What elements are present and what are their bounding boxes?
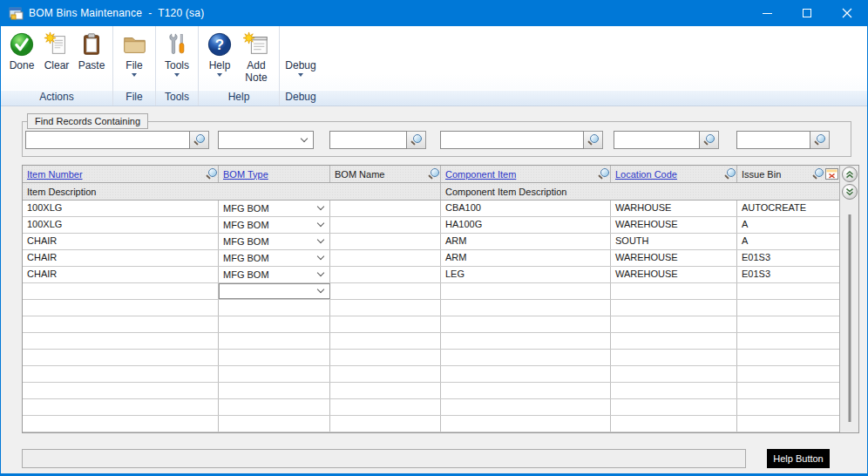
empty-row[interactable] bbox=[23, 383, 839, 399]
cell-component-item[interactable] bbox=[441, 399, 611, 415]
cell-item-number[interactable] bbox=[23, 399, 219, 415]
close-button[interactable] bbox=[827, 0, 867, 26]
cell-bom-name[interactable] bbox=[330, 366, 441, 382]
table-row[interactable]: 100XLGMFG BOMCBA100WARHOUSEAUTOCREATE bbox=[23, 201, 839, 217]
empty-row[interactable] bbox=[23, 300, 839, 316]
cell-issue-bin[interactable]: E01S3 bbox=[737, 250, 839, 266]
cell-component-item[interactable] bbox=[441, 300, 611, 316]
sort-link-location-code[interactable]: Location Code bbox=[615, 169, 677, 180]
bom-type-select[interactable] bbox=[219, 316, 330, 332]
empty-row[interactable] bbox=[23, 316, 839, 333]
cell-bom-name[interactable] bbox=[330, 267, 441, 282]
done-button[interactable]: Done bbox=[5, 30, 38, 71]
cell-location-code[interactable]: SOUTH bbox=[611, 234, 737, 249]
maximize-button[interactable] bbox=[787, 0, 827, 26]
cell-issue-bin[interactable] bbox=[737, 366, 839, 382]
minimize-button[interactable] bbox=[747, 0, 787, 26]
table-row[interactable]: 100XLGMFG BOMHA100GWAREHOUSEA bbox=[23, 217, 839, 234]
cell-location-code[interactable]: WAREHOUSE bbox=[611, 217, 737, 233]
find-location-code-input[interactable] bbox=[614, 131, 700, 149]
cell-location-code[interactable] bbox=[611, 350, 737, 365]
paste-button[interactable]: Paste bbox=[75, 30, 108, 71]
empty-row[interactable] bbox=[23, 399, 839, 416]
cell-bom-name[interactable] bbox=[330, 399, 441, 415]
debug-button[interactable]: Debug bbox=[284, 30, 317, 77]
bom-type-select[interactable]: MFG BOM bbox=[219, 267, 330, 282]
cell-location-code[interactable] bbox=[611, 366, 737, 382]
cell-component-item[interactable]: CBA100 bbox=[441, 201, 611, 216]
cell-bom-name[interactable] bbox=[330, 300, 441, 316]
bom-type-select[interactable] bbox=[219, 366, 330, 382]
add-note-button[interactable]: Add Note bbox=[238, 30, 275, 84]
cell-issue-bin[interactable] bbox=[737, 416, 839, 432]
find-issue-bin-lookup-button[interactable] bbox=[810, 131, 830, 149]
column-header-item-number[interactable]: Item Number bbox=[23, 166, 219, 182]
cell-component-item[interactable] bbox=[441, 333, 611, 349]
scrollbar-thumb[interactable] bbox=[848, 214, 851, 422]
cell-component-item[interactable]: HA100G bbox=[441, 217, 611, 233]
cell-component-item[interactable] bbox=[441, 416, 611, 432]
cell-component-item[interactable] bbox=[441, 366, 611, 382]
cell-item-number[interactable] bbox=[23, 283, 219, 299]
cell-bom-name[interactable] bbox=[330, 201, 441, 216]
cell-item-number[interactable] bbox=[23, 383, 219, 398]
cell-item-number[interactable] bbox=[23, 316, 219, 332]
cell-issue-bin[interactable] bbox=[737, 399, 839, 415]
cell-item-number[interactable]: CHAIR bbox=[23, 250, 219, 266]
cell-issue-bin[interactable] bbox=[737, 316, 839, 332]
bom-type-select[interactable]: MFG BOM bbox=[219, 250, 330, 266]
cell-issue-bin[interactable]: AUTOCREATE bbox=[737, 201, 839, 216]
clear-button[interactable]: Clear bbox=[40, 30, 73, 71]
cell-location-code[interactable] bbox=[611, 283, 737, 299]
cell-issue-bin[interactable] bbox=[737, 333, 839, 349]
find-bom-name-lookup-button[interactable] bbox=[407, 131, 426, 149]
cell-component-item[interactable] bbox=[441, 350, 611, 365]
cell-location-code[interactable] bbox=[611, 399, 737, 415]
cell-bom-name[interactable] bbox=[330, 250, 441, 266]
find-item-number-input[interactable] bbox=[25, 131, 190, 149]
cell-issue-bin[interactable] bbox=[737, 350, 839, 365]
empty-row[interactable] bbox=[23, 416, 839, 432]
find-bom-name-input[interactable] bbox=[329, 131, 407, 149]
file-button[interactable]: File bbox=[118, 30, 151, 77]
cell-location-code[interactable] bbox=[611, 416, 737, 432]
expansion-window-icon[interactable] bbox=[825, 168, 838, 180]
sort-link-component-item[interactable]: Component Item bbox=[445, 169, 516, 180]
help-menu-button[interactable]: ? Help bbox=[203, 30, 236, 77]
cell-bom-name[interactable] bbox=[330, 416, 441, 432]
cell-location-code[interactable]: WAREHOUSE bbox=[611, 250, 737, 266]
sort-link-bom-type[interactable]: BOM Type bbox=[223, 169, 268, 180]
bom-type-select[interactable] bbox=[219, 350, 330, 365]
cell-bom-name[interactable] bbox=[330, 316, 441, 332]
cell-item-number[interactable] bbox=[23, 300, 219, 316]
cell-location-code[interactable] bbox=[611, 300, 737, 316]
cell-bom-name[interactable] bbox=[330, 234, 441, 249]
empty-row[interactable] bbox=[23, 350, 839, 366]
tools-button[interactable]: Tools bbox=[160, 30, 193, 77]
expand-detail-button[interactable] bbox=[842, 184, 858, 200]
bom-type-select[interactable] bbox=[219, 383, 330, 398]
cell-item-number[interactable] bbox=[23, 350, 219, 365]
collapse-detail-button[interactable] bbox=[842, 167, 858, 182]
cell-bom-name[interactable] bbox=[330, 350, 441, 365]
bom-type-select[interactable]: MFG BOM bbox=[219, 201, 330, 216]
cell-item-number[interactable]: CHAIR bbox=[23, 234, 219, 249]
vertical-scrollbar[interactable] bbox=[840, 202, 858, 432]
find-component-item-lookup-button[interactable] bbox=[584, 131, 603, 149]
find-issue-bin-input[interactable] bbox=[736, 131, 810, 149]
cell-component-item[interactable] bbox=[441, 283, 611, 299]
cell-item-number[interactable]: 100XLG bbox=[23, 217, 219, 233]
cell-item-number[interactable]: CHAIR bbox=[23, 267, 219, 282]
table-row[interactable]: CHAIRMFG BOMARMSOUTHA bbox=[23, 234, 839, 250]
titlebar[interactable]: BOM Bins Maintenance - T120 (sa) bbox=[1, 0, 867, 26]
cell-item-number[interactable]: 100XLG bbox=[23, 201, 219, 216]
cell-issue-bin[interactable]: A bbox=[737, 234, 839, 249]
bom-type-select[interactable] bbox=[219, 333, 330, 349]
bom-type-select[interactable] bbox=[219, 283, 330, 299]
empty-row[interactable] bbox=[23, 366, 839, 383]
cell-component-item[interactable]: LEG bbox=[441, 267, 611, 282]
find-location-code-lookup-button[interactable] bbox=[700, 131, 719, 149]
cell-component-item[interactable]: ARM bbox=[441, 250, 611, 266]
find-component-item-input[interactable] bbox=[440, 131, 584, 149]
cell-component-item[interactable] bbox=[441, 316, 611, 332]
